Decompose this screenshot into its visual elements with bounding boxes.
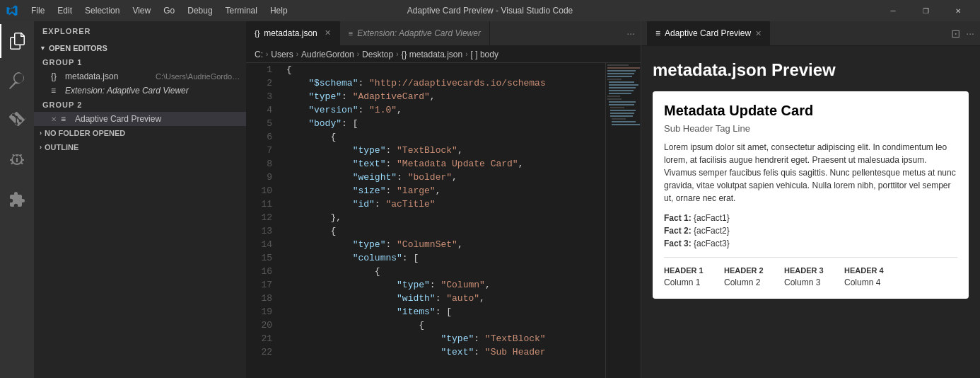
adaptive-card: Metadata Update Card Sub Header Tag Line… (653, 91, 969, 299)
preview-tab-close[interactable]: ✕ (755, 29, 762, 38)
activity-bar (0, 21, 34, 378)
code-line-7: "type": "TextBlock", (286, 144, 597, 157)
code-line-21: "type": "TextBlock" (286, 332, 597, 345)
table-cell-1-4: Column 4 (844, 277, 890, 287)
tabs-more-button[interactable]: ··· (621, 21, 641, 45)
breadcrumb-desktop[interactable]: Desktop (362, 50, 393, 59)
split-editor-icon[interactable]: ⊡ (951, 27, 960, 40)
open-editors-label: Open Editors (49, 44, 107, 52)
code-line-20: { (286, 319, 597, 332)
activity-extensions[interactable] (0, 183, 34, 217)
menu-go[interactable]: Go (158, 4, 180, 17)
menu-file[interactable]: File (25, 4, 50, 17)
breadcrumb-file[interactable]: {} metadata.json (401, 50, 462, 59)
code-content[interactable]: { "$schema": "http://adaptivecards.io/sc… (278, 63, 605, 378)
more-actions-icon[interactable]: ··· (966, 28, 974, 39)
menu-view[interactable]: View (127, 4, 156, 17)
title-bar-left: File Edit Selection View Go Debug Termin… (6, 4, 293, 17)
sidebar: Explorer ▼ Open Editors Group 1 {} metad… (34, 21, 246, 378)
editor-tabs: {} metadata.json ✕ ≡ Extension: Adaptive… (246, 21, 641, 46)
code-line-18: "width": "auto", (286, 292, 597, 305)
menu-bar: File Edit Selection View Go Debug Termin… (25, 4, 293, 17)
main-layout: Explorer ▼ Open Editors Group 1 {} metad… (0, 21, 980, 378)
group1-label: Group 1 (34, 55, 246, 69)
outline-label: Outline (45, 143, 78, 151)
menu-help[interactable]: Help (264, 4, 293, 17)
fact-1: Fact 1: {acFact1} (664, 213, 957, 223)
fact-3: Fact 3: {acFact3} (664, 239, 957, 248)
activity-debug[interactable] (0, 143, 34, 177)
close-button[interactable]: ✕ (942, 0, 974, 21)
menu-selection[interactable]: Selection (79, 4, 125, 17)
preview-file-icon: ≡ (61, 114, 71, 124)
tab-metadata-json-close[interactable]: ✕ (325, 28, 331, 38)
svg-rect-8 (609, 87, 636, 88)
activity-search[interactable] (0, 64, 34, 98)
svg-rect-7 (609, 84, 638, 86)
breadcrumb-c[interactable]: C: (255, 50, 263, 59)
code-line-13: { (286, 224, 597, 238)
outline-section[interactable]: › Outline (34, 140, 246, 154)
group2-label: Group 2 (34, 98, 246, 112)
sidebar-item-adaptive-card-preview[interactable]: ✕ ≡ Adaptive Card Preview (34, 112, 246, 126)
svg-rect-18 (610, 115, 633, 117)
svg-rect-15 (610, 107, 624, 108)
close-preview-icon[interactable]: ✕ (51, 115, 57, 123)
minimize-button[interactable]: ─ (877, 0, 909, 21)
table-header-2: HEADER 2 (724, 266, 770, 275)
sidebar-item-adaptive-card-viewer[interactable]: ≡ Extension: Adaptive Card Viewer (34, 84, 246, 98)
svg-rect-21 (612, 124, 640, 125)
svg-rect-3 (607, 73, 634, 74)
code-line-19: "items": [ (286, 305, 597, 319)
vscode-logo-icon (6, 4, 18, 17)
breadcrumb-users[interactable]: Users (271, 50, 293, 59)
restore-button[interactable]: ❐ (909, 0, 942, 21)
svg-rect-4 (607, 76, 632, 77)
preview-panel: ≡ Adaptive Card Preview ✕ ⊡ ··· metadata… (641, 21, 980, 378)
svg-rect-0 (607, 64, 629, 66)
card-title: Metadata Update Card (664, 103, 957, 119)
preview-content: metadata.json Preview Metadata Update Ca… (641, 46, 980, 378)
code-line-6: { (286, 130, 597, 144)
menu-edit[interactable]: Edit (52, 4, 78, 17)
menu-debug[interactable]: Debug (182, 4, 218, 17)
preview-tab-icon: ≡ (655, 28, 660, 38)
window-title: Adaptive Card Preview - Visual Studio Co… (407, 6, 573, 16)
card-facts: Fact 1: {acFact1} Fact 2: {acFact2} Fact… (664, 213, 957, 248)
menu-terminal[interactable]: Terminal (220, 4, 263, 17)
code-line-16: { (286, 265, 597, 278)
outline-chevron: › (40, 144, 42, 151)
code-line-8: "text": "Metadata Update Card", (286, 157, 597, 171)
code-line-15: "columns": [ (286, 251, 597, 265)
code-editor[interactable]: 12345 678910 1112131415 1617181920 2122 … (246, 63, 641, 378)
breadcrumb-body[interactable]: [ ] body (471, 50, 498, 59)
tab-metadata-json[interactable]: {} metadata.json ✕ (246, 21, 340, 45)
preview-tab[interactable]: ≡ Adaptive Card Preview ✕ (647, 21, 770, 46)
code-line-14: "type": "ColumnSet", (286, 238, 597, 251)
no-folder-section[interactable]: › No Folder Opened (34, 126, 246, 140)
tab-metadata-json-label: metadata.json (264, 28, 317, 38)
breadcrumb-bar: C: › Users › AudrieGordon › Desktop › {}… (246, 46, 641, 63)
code-line-11: "id": "acTitle" (286, 197, 597, 211)
mini-map (605, 63, 641, 378)
metadata-json-path: C:\Users\AudrieGordon\Des... (156, 72, 240, 81)
code-line-2: "$schema": "http://adaptivecards.io/sche… (286, 76, 597, 90)
activity-git[interactable] (0, 103, 34, 137)
activity-explorer[interactable] (0, 24, 34, 58)
json-file-icon: {} (51, 71, 61, 81)
breadcrumb-sep-4: › (396, 50, 398, 58)
code-line-9: "weight": "bolder", (286, 171, 597, 184)
open-editors-section[interactable]: ▼ Open Editors (34, 41, 246, 55)
sidebar-item-metadata-json[interactable]: {} metadata.json C:\Users\AudrieGordon\D… (34, 69, 246, 84)
tab-adaptive-card-viewer[interactable]: ≡ Extension: Adaptive Card Viewer (340, 21, 490, 45)
table-header-4: HEADER 4 (844, 266, 890, 275)
no-folder-label: No Folder Opened (45, 129, 125, 137)
code-line-10: "size": "large", (286, 184, 597, 197)
adaptive-card-viewer-name: Extension: Adaptive Card Viewer (65, 86, 240, 96)
table-cell-1-1: Column 1 (664, 277, 710, 287)
adaptive-card-preview-name: Adaptive Card Preview (75, 114, 240, 124)
fact-3-label: Fact 3: (664, 239, 692, 248)
svg-rect-17 (610, 113, 634, 114)
preview-tab-label: Adaptive Card Preview (665, 28, 751, 38)
breadcrumb-audrie[interactable]: AudrieGordon (301, 50, 354, 59)
